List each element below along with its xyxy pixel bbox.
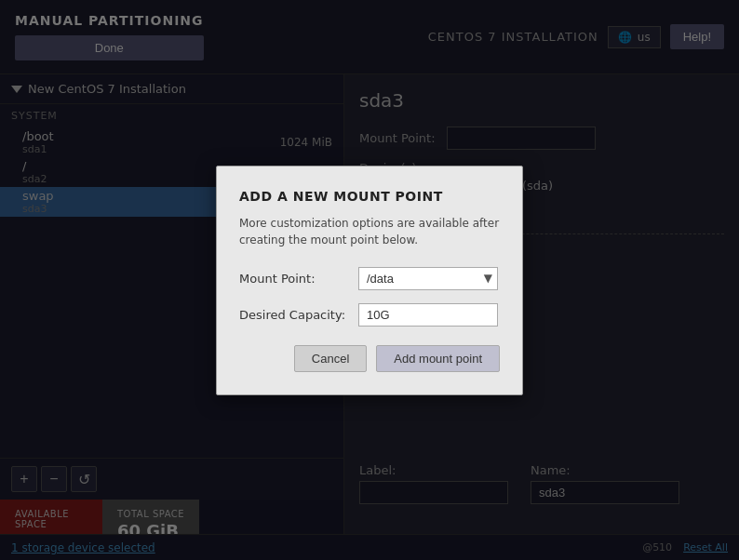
modal-description: More customization options are available… (239, 215, 500, 248)
modal-mount-point-wrapper: /data / /boot /home /var /tmp swap ▼ (358, 267, 498, 290)
modal-capacity-input[interactable] (358, 303, 498, 327)
modal-capacity-label: Desired Capacity: (239, 308, 351, 322)
modal-capacity-row: Desired Capacity: (239, 303, 500, 327)
add-mount-point-modal: ADD A NEW MOUNT POINT More customization… (216, 166, 523, 395)
modal-overlay[interactable]: ADD A NEW MOUNT POINT More customization… (0, 0, 739, 560)
modal-buttons: Cancel Add mount point (239, 345, 500, 372)
modal-mount-point-row: Mount Point: /data / /boot /home /var /t… (239, 267, 500, 290)
modal-mount-point-select[interactable]: /data / /boot /home /var /tmp swap (358, 267, 498, 290)
modal-title: ADD A NEW MOUNT POINT (239, 189, 500, 204)
add-mount-point-button[interactable]: Add mount point (376, 345, 500, 372)
modal-mount-point-label: Mount Point: (239, 272, 351, 286)
cancel-button[interactable]: Cancel (294, 345, 367, 372)
